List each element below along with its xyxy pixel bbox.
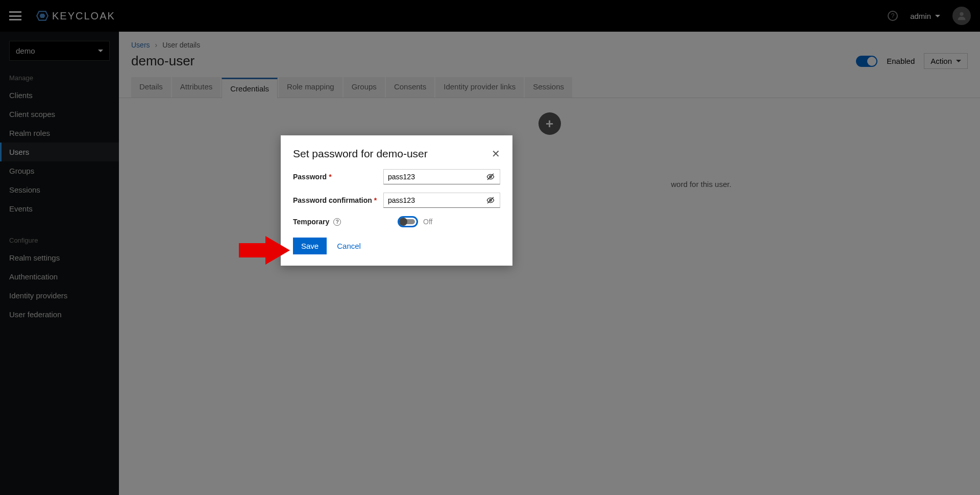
- set-password-modal: Set password for demo-user ✕ Password* P…: [281, 135, 512, 266]
- password-label: Password*: [293, 173, 383, 181]
- close-icon[interactable]: ✕: [492, 148, 500, 160]
- temporary-label: Temporary ?: [293, 218, 387, 226]
- cancel-button[interactable]: Cancel: [337, 242, 361, 250]
- help-icon[interactable]: ?: [333, 218, 341, 226]
- confirm-label: Password confirmation*: [293, 196, 383, 204]
- password-confirm-input[interactable]: [384, 193, 481, 207]
- eye-slash-icon[interactable]: [481, 173, 500, 181]
- modal-title: Set password for demo-user: [293, 148, 428, 160]
- temporary-toggle[interactable]: [398, 216, 418, 227]
- save-button[interactable]: Save: [293, 238, 327, 254]
- password-input[interactable]: [384, 170, 481, 184]
- eye-slash-icon[interactable]: [481, 196, 500, 204]
- temporary-state: Off: [423, 218, 432, 226]
